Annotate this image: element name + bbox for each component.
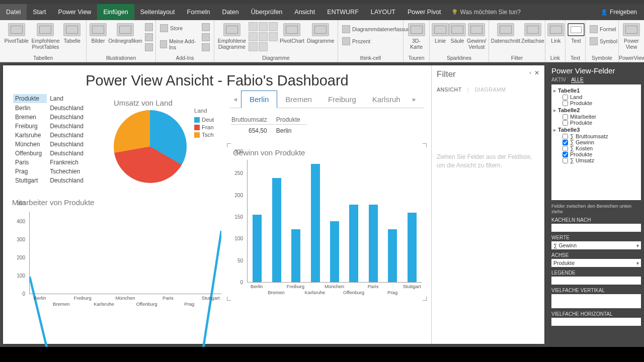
line-chart[interactable]: 0100200300400500BerlinBremenFreiburgKarl… bbox=[12, 209, 223, 309]
fields-drag-hint: Felder zwischen den Bereichen unten zieh… bbox=[551, 203, 641, 214]
link-button[interactable]: Link bbox=[548, 22, 564, 44]
my-addins-button[interactable]: Meine Add-Ins bbox=[159, 37, 199, 51]
filter-hint: Ziehen Sie Felder aus der Feldliste, um … bbox=[437, 153, 539, 170]
addin2-icon[interactable] bbox=[201, 32, 211, 42]
zone-kacheln[interactable] bbox=[551, 224, 641, 232]
zone-vv[interactable] bbox=[551, 294, 641, 308]
group-label-touren: Touren bbox=[404, 55, 429, 62]
window-titlebar bbox=[0, 0, 644, 4]
zone-achse-label: ACHSE bbox=[551, 252, 641, 258]
line-title: Mitarbeiter von Produkte bbox=[12, 198, 223, 207]
tile-prev[interactable]: ◂ bbox=[229, 92, 241, 106]
pie-chart[interactable] bbox=[114, 110, 187, 183]
fields-pane: Power View-Felder AKTIV ALLE Tabelle1 La… bbox=[547, 62, 644, 347]
smartart-icon[interactable] bbox=[144, 32, 154, 42]
chart-type-grid[interactable] bbox=[249, 22, 278, 51]
tile-next[interactable]: ▸ bbox=[409, 92, 420, 106]
addin1-icon[interactable] bbox=[201, 22, 211, 32]
tile-bremen[interactable]: Bremen bbox=[277, 91, 320, 108]
sparkline-line[interactable]: Linie bbox=[433, 22, 448, 44]
zone-werte[interactable]: ∑ Gewinn▾ bbox=[551, 241, 641, 249]
zone-legende[interactable] bbox=[551, 277, 641, 285]
group-label-powerview: PowerView bbox=[619, 55, 644, 62]
group-label-tabellen: Tabellen bbox=[0, 55, 86, 62]
tab-seitenlayout[interactable]: Seitenlayout bbox=[134, 4, 181, 20]
shapes-icon[interactable] bbox=[144, 22, 154, 32]
pivottable-button[interactable]: PivotTable bbox=[3, 22, 30, 44]
ribbon-tabs: Datei Start Power View Einfügen Seitenla… bbox=[0, 4, 644, 20]
zone-vh-label: VIELFACHE HORIZONTAL bbox=[551, 311, 641, 317]
sparkline-winloss[interactable]: Gewinn/ Verlust bbox=[467, 22, 487, 50]
zone-werte-label: WERTE bbox=[551, 235, 641, 240]
table-button[interactable]: Tabelle bbox=[61, 22, 83, 44]
group-label-sparklines: Sparklines bbox=[430, 55, 489, 62]
text-button[interactable]: Text bbox=[569, 22, 584, 44]
slicer-button[interactable]: Datenschnitt bbox=[492, 22, 519, 44]
timeline-button[interactable]: Zeitachse bbox=[521, 22, 544, 44]
tab-start[interactable]: Start bbox=[27, 4, 52, 20]
pivotchart-button[interactable]: PivotChart bbox=[280, 22, 305, 44]
ribbon: PivotTable Empfohlene PivotTables Tabell… bbox=[0, 20, 644, 62]
group-label-addins: Add-Ins bbox=[156, 55, 214, 62]
zone-kacheln-label: KACHELN NACH bbox=[551, 217, 641, 223]
zone-achse[interactable]: Produkte▾ bbox=[551, 259, 641, 267]
zone-vh[interactable] bbox=[551, 318, 641, 326]
tile-strip: ◂ Berlin Bremen Freiburg Karlsruh ▸ bbox=[229, 90, 424, 108]
diagrams-button[interactable]: Diagramme bbox=[306, 22, 335, 44]
group-label-link: Link bbox=[545, 55, 565, 62]
products-table[interactable]: ProdukteLandBerlinDeutschlandBremenDeuts… bbox=[12, 93, 90, 186]
bar-chart[interactable]: 050100150200250300BerlinBremenFreiburgKa… bbox=[230, 157, 424, 298]
share-button[interactable]: Freigeben bbox=[594, 4, 644, 20]
tab-powerpivot[interactable]: Power Pivot bbox=[401, 4, 447, 20]
filter-tab-diagramm[interactable]: DIAGRAMM bbox=[475, 86, 506, 93]
tile-berlin[interactable]: Berlin bbox=[241, 90, 277, 108]
3d-map-button[interactable]: 3D-Karte bbox=[407, 22, 426, 50]
tile-freiburg[interactable]: Freiburg bbox=[320, 91, 364, 108]
sparkline-column[interactable]: Säule bbox=[450, 22, 465, 44]
pie-title: Umsatz von Land bbox=[114, 99, 224, 107]
online-pictures-button[interactable]: Onlinegrafiken bbox=[109, 22, 142, 44]
group-label-thinkcell: think-cell bbox=[338, 55, 403, 62]
tell-me-input[interactable]: Was möchten Sie tun? bbox=[451, 4, 521, 20]
group-label-text: Text bbox=[566, 55, 585, 62]
zone-vv-label: VIELFACHE VERTIKAL bbox=[551, 288, 641, 293]
group-label-filter: Filter bbox=[489, 55, 545, 62]
zone-legende-label: LEGENDE bbox=[551, 270, 641, 276]
filter-title: Filter bbox=[437, 69, 539, 79]
fields-tab-aktiv[interactable]: AKTIV bbox=[551, 77, 566, 82]
filter-close-icon[interactable]: ✕ bbox=[534, 69, 539, 76]
fields-title: Power View-Felder bbox=[551, 66, 641, 75]
formula-button[interactable]: Formel bbox=[589, 24, 618, 34]
filter-pane: ✕ ‹ Filter ANSICHT | DIAGRAMM Ziehen Sie… bbox=[431, 65, 544, 344]
report-title: Power View Ansicht - Fabio's Dashboard bbox=[12, 72, 422, 89]
tab-ueberpruefen[interactable]: Überprüfen bbox=[245, 4, 289, 20]
footer-bar bbox=[0, 347, 644, 362]
store-button[interactable]: Store bbox=[159, 23, 199, 33]
filter-tab-ansicht[interactable]: ANSICHT bbox=[437, 86, 462, 93]
pictures-button[interactable]: Bilder bbox=[90, 22, 107, 44]
symbol-button[interactable]: Symbol bbox=[589, 36, 618, 46]
addin3-icon[interactable] bbox=[201, 42, 211, 52]
tab-formeln[interactable]: Formeln bbox=[181, 4, 216, 20]
recommended-charts-button[interactable]: Empfohlene Diagramme bbox=[217, 22, 247, 50]
tab-daten[interactable]: Daten bbox=[216, 4, 245, 20]
tab-ansicht[interactable]: Ansicht bbox=[288, 4, 321, 20]
detail-table[interactable]: BruttoumsatzProdukte 654,50Berlin bbox=[229, 114, 308, 137]
fields-tab-alle[interactable]: ALLE bbox=[571, 77, 583, 83]
tile-karlsruhe[interactable]: Karlsruh bbox=[364, 91, 409, 108]
group-label-diagramme: Diagramme bbox=[214, 55, 338, 62]
tab-datei[interactable]: Datei bbox=[0, 4, 27, 20]
tab-entwurf[interactable]: ENTWURF bbox=[321, 4, 365, 20]
powerview-button[interactable]: Power View bbox=[622, 22, 641, 50]
screenshot-icon[interactable] bbox=[144, 42, 154, 52]
bar-title: Gewinn von Produkte bbox=[233, 148, 424, 157]
tab-einfuegen[interactable]: Einfügen bbox=[97, 4, 134, 20]
filter-back-icon[interactable]: ‹ bbox=[529, 69, 531, 75]
fields-tree[interactable]: Tabelle1 Land ProdukteTabelle2 Mitarbeit… bbox=[551, 84, 641, 200]
recommended-pivottables-button[interactable]: Empfohlene PivotTables bbox=[32, 22, 59, 50]
pie-legend: Land Deut Fran Tsch bbox=[194, 108, 214, 139]
powerview-report[interactable]: Power View Ansicht - Fabio's Dashboard P… bbox=[3, 65, 431, 344]
group-label-illustrationen: Illustrationen bbox=[87, 55, 155, 62]
tab-powerview[interactable]: Power View bbox=[52, 4, 98, 20]
tab-layout[interactable]: LAYOUT bbox=[365, 4, 401, 20]
